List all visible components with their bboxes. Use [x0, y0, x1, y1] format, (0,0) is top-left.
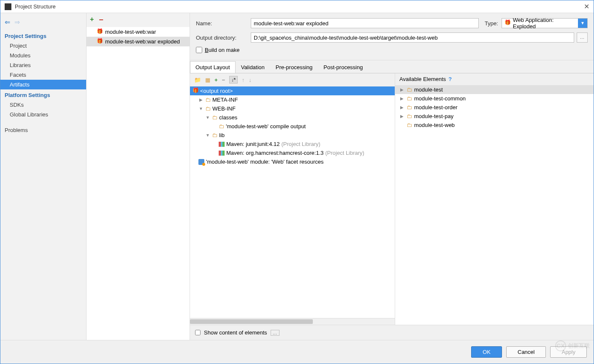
window-title: Project Structure [15, 3, 584, 10]
tree-row[interactable]: Maven: org.hamcrest:hamcrest-core:1.3 (P… [190, 148, 395, 157]
folder-icon: 🗀 [407, 104, 412, 111]
sidebar-item-artifacts[interactable]: Artifacts [0, 80, 86, 89]
tab-pre-processing[interactable]: Pre-processing [270, 61, 318, 73]
collapse-icon[interactable]: ▼ [198, 106, 203, 111]
tab-post-processing[interactable]: Post-processing [318, 61, 368, 73]
artifact-list-pane: + − module-test-web:war module-test-web:… [87, 13, 190, 340]
sidebar-item-project[interactable]: Project [0, 41, 86, 51]
artifact-icon [193, 88, 198, 94]
ok-button[interactable]: OK [471, 346, 502, 358]
sort-icon[interactable]: ↓ª [229, 76, 238, 84]
tab-output-layout[interactable]: Output Layout [190, 61, 236, 73]
dialog-footer: OK Cancel Apply [0, 340, 594, 364]
available-item[interactable]: ▶ 🗀 module-test [395, 85, 594, 94]
folder-icon: 🗀 [407, 113, 412, 119]
folder-icon: 🗀 [407, 122, 412, 128]
tree-row[interactable]: ▼ 🗀 classes [190, 113, 395, 122]
horizontal-scrollbar[interactable] [190, 318, 395, 325]
show-content-checkbox[interactable] [195, 330, 201, 335]
output-layout-pane: 📁 ▦ + − ↓ª ↑ ↓ <output root> ▶ 🗀 [190, 73, 395, 325]
available-item[interactable]: ▶ 🗀 module-test-order [395, 103, 594, 112]
expand-icon[interactable]: ▶ [399, 87, 404, 92]
show-content-label: Show content of elements [204, 329, 267, 336]
help-icon[interactable]: ? [448, 76, 452, 82]
sidebar-item-facets[interactable]: Facets [0, 70, 86, 80]
tree-output-root[interactable]: <output root> [190, 86, 395, 95]
type-label: Type: [485, 20, 498, 27]
app-icon [5, 3, 11, 10]
build-on-make-checkbox[interactable] [196, 47, 202, 53]
tree-row[interactable]: ▼ 🗀 WEB-INF [190, 104, 395, 113]
folder-icon: 🗀 [407, 86, 412, 93]
folder-icon: 🗀 [205, 105, 211, 112]
watermark: CX创新互联 [555, 340, 590, 351]
artifact-icon [97, 39, 103, 45]
artifact-item[interactable]: module-test-web:war [87, 27, 190, 37]
artifact-icon [504, 20, 510, 26]
artifact-label: module-test-web:war [105, 29, 156, 35]
output-dir-input[interactable] [251, 32, 574, 43]
expand-icon[interactable]: ▶ [399, 96, 404, 101]
artifact-icon [97, 29, 103, 35]
available-item[interactable]: ▶ 🗀 module-test-pay [395, 112, 594, 121]
available-elements-pane: Available Elements ? ▶ 🗀 module-test ▶ 🗀… [395, 73, 594, 325]
move-down-icon[interactable]: ↓ [249, 77, 252, 83]
sidebar-item-problems[interactable]: Problems [0, 125, 86, 135]
folder-icon: 🗀 [219, 123, 224, 129]
new-file-icon[interactable]: ▦ [205, 77, 210, 83]
folder-icon: 🗀 [205, 97, 211, 103]
new-folder-icon[interactable]: 📁 [194, 77, 201, 83]
expand-icon[interactable]: ▶ [198, 97, 203, 102]
expand-icon[interactable]: ▶ [399, 105, 404, 110]
tree-row[interactable]: 🗀 'module-test-web' compile output [190, 122, 395, 131]
type-value: Web Application: Exploded [512, 17, 578, 30]
tree-row[interactable]: Maven: junit:junit:4.12 (Project Library… [190, 140, 395, 148]
collapse-icon[interactable]: ▼ [205, 133, 210, 138]
sidebar-item-modules[interactable]: Modules [0, 51, 86, 60]
add-icon[interactable]: + [90, 16, 94, 24]
sidebar-item-global-libraries[interactable]: Global Libraries [0, 110, 86, 119]
build-on-make-label: Build on make [205, 47, 239, 53]
type-select[interactable]: Web Application: Exploded ▼ [502, 18, 588, 28]
sidebar-item-sdks[interactable]: SDKs [0, 100, 86, 110]
tree-row[interactable]: 'module-test-web' module: 'Web' facet re… [190, 157, 395, 166]
folder-icon: 🗀 [212, 132, 217, 138]
ellipsis-button[interactable]: … [271, 330, 279, 336]
available-tree[interactable]: ▶ 🗀 module-test ▶ 🗀 module-test-common ▶… [395, 85, 594, 325]
name-label: Name: [196, 20, 251, 27]
close-icon[interactable]: ✕ [584, 3, 589, 11]
browse-button[interactable]: … [577, 32, 588, 43]
forward-icon[interactable]: ⇒ [14, 19, 20, 26]
section-project-settings: Project Settings [0, 30, 86, 41]
output-dir-label: Output directory: [196, 35, 251, 41]
sidebar: ⇐ ⇒ Project Settings Project Modules Lib… [0, 13, 87, 340]
artifact-item[interactable]: module-test-web:war exploded [87, 37, 190, 46]
available-item[interactable]: ▶ 🗀 module-test-common [395, 94, 594, 103]
remove-icon[interactable]: − [99, 16, 103, 24]
collapse-icon[interactable]: ▼ [205, 115, 210, 120]
layout-tree[interactable]: <output root> ▶ 🗀 META-INF ▼ 🗀 WEB-INF ▼ [190, 86, 395, 318]
name-input[interactable] [251, 18, 479, 28]
tree-row[interactable]: ▶ 🗀 META-INF [190, 95, 395, 104]
remove-icon[interactable]: − [222, 77, 225, 83]
nav-arrows[interactable]: ⇐ ⇒ [0, 16, 86, 30]
chevron-down-icon[interactable]: ▼ [578, 19, 587, 28]
library-icon [219, 142, 225, 147]
library-icon [219, 151, 225, 156]
titlebar: Project Structure ✕ [0, 0, 594, 13]
tab-validation[interactable]: Validation [236, 61, 270, 73]
folder-icon: 🗀 [212, 114, 217, 121]
tree-row[interactable]: ▼ 🗀 lib [190, 131, 395, 140]
available-elements-label: Available Elements [399, 76, 446, 82]
cancel-button[interactable]: Cancel [506, 346, 546, 358]
tabs: Output Layout Validation Pre-processing … [190, 60, 594, 73]
add-icon[interactable]: + [214, 77, 218, 83]
section-platform-settings: Platform Settings [0, 89, 86, 100]
expand-icon[interactable]: ▶ [399, 114, 404, 119]
artifact-label: module-test-web:war exploded [105, 38, 180, 45]
available-item[interactable]: ▶ 🗀 module-test-web [395, 121, 594, 129]
back-icon[interactable]: ⇐ [5, 19, 10, 26]
sidebar-item-libraries[interactable]: Libraries [0, 60, 86, 70]
move-up-icon[interactable]: ↑ [242, 77, 245, 83]
facet-icon [198, 159, 204, 165]
